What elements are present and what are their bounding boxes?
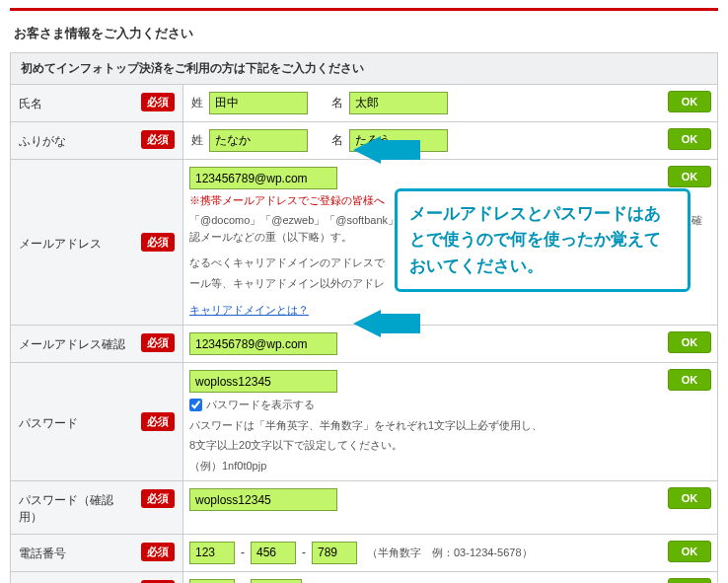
password-note1: パスワードは「半角英字、半角数字」をそれぞれ1文字以上必ず使用し、	[189, 417, 711, 434]
required-badge: 必須	[141, 489, 175, 508]
row-password-confirm: パスワード（確認用） 必須 OK	[10, 481, 718, 535]
required-badge: 必須	[141, 93, 175, 111]
show-password-checkbox[interactable]	[189, 399, 202, 411]
carrier-domain-link[interactable]: キャリアドメインとは？	[189, 304, 309, 316]
ok-button[interactable]: OK	[668, 369, 711, 391]
ok-button[interactable]: OK	[668, 578, 711, 583]
required-badge: 必須	[141, 333, 175, 352]
ok-button[interactable]: OK	[668, 91, 711, 112]
required-badge: 必須	[141, 412, 175, 431]
email-input[interactable]	[189, 167, 337, 189]
password-input[interactable]	[189, 370, 337, 393]
dash: -	[300, 546, 308, 559]
sei-input[interactable]	[209, 92, 308, 114]
dash: -	[239, 546, 247, 559]
mei-kana-label: 名	[329, 132, 345, 149]
arrow-body	[379, 140, 420, 160]
required-badge: 必須	[141, 580, 175, 583]
mei-input[interactable]	[349, 92, 448, 114]
label-name: 氏名	[19, 93, 42, 112]
red-accent-bar	[10, 8, 718, 11]
required-badge: 必須	[141, 543, 175, 561]
section-header: 初めてインフォトップ決済をご利用の方は下記をご入力ください	[10, 52, 718, 85]
label-furigana: ふりがな	[19, 130, 66, 150]
row-tel: 電話番号 必須 - - （半角数字 例：03-1234-5678） OK	[10, 535, 718, 572]
sei-kana-input[interactable]	[209, 129, 308, 152]
email-confirm-input[interactable]	[189, 332, 337, 355]
required-badge: 必須	[141, 233, 175, 252]
sei-kana-label: 姓	[189, 132, 205, 149]
label-password-confirm: パスワード（確認用）	[19, 489, 135, 526]
ok-button[interactable]: OK	[668, 331, 711, 353]
password-confirm-input[interactable]	[189, 488, 337, 511]
show-password-label: パスワードを表示する	[206, 397, 315, 413]
page-title: お客さま情報をご入力ください	[10, 19, 718, 52]
password-note3: （例）1nf0t0pjp	[189, 458, 711, 474]
mei-label: 名	[329, 95, 345, 111]
arrow-icon	[353, 310, 381, 337]
ok-button[interactable]: OK	[668, 128, 711, 150]
required-badge: 必須	[141, 130, 175, 149]
label-email-confirm: メールアドレス確認	[19, 333, 125, 353]
label-password: パスワード	[19, 412, 78, 432]
row-name: 氏名 必須 姓 名 OK	[10, 85, 718, 122]
arrow-body	[379, 314, 420, 333]
zip-part1-input[interactable]	[189, 579, 235, 583]
ok-button[interactable]: OK	[668, 166, 711, 187]
password-note2: 8文字以上20文字以下で設定してください。	[189, 437, 711, 454]
tel-part1-input[interactable]	[189, 542, 235, 564]
zip-part2-input[interactable]	[251, 579, 302, 583]
ok-button[interactable]: OK	[668, 541, 711, 562]
tel-part2-input[interactable]	[251, 542, 296, 564]
tel-part3-input[interactable]	[312, 542, 357, 564]
sei-label: 姓	[189, 95, 205, 111]
label-zip: 郵便番号	[19, 580, 66, 583]
ok-button[interactable]: OK	[668, 487, 711, 509]
label-tel: 電話番号	[19, 543, 66, 562]
row-password: パスワード 必須 パスワードを表示する パスワードは「半角英字、半角数字」をそれ…	[10, 363, 718, 481]
tel-hint: （半角数字 例：03-1234-5678）	[367, 545, 533, 561]
label-email: メールアドレス	[19, 233, 102, 253]
row-zip: 郵便番号 必須 - （半角数字 例：101-0041） OK	[10, 572, 718, 583]
annotation-callout: メールアドレスとパスワードはあとで使うので何を使ったか覚えておいてください。	[395, 188, 691, 292]
arrow-icon	[353, 136, 381, 164]
